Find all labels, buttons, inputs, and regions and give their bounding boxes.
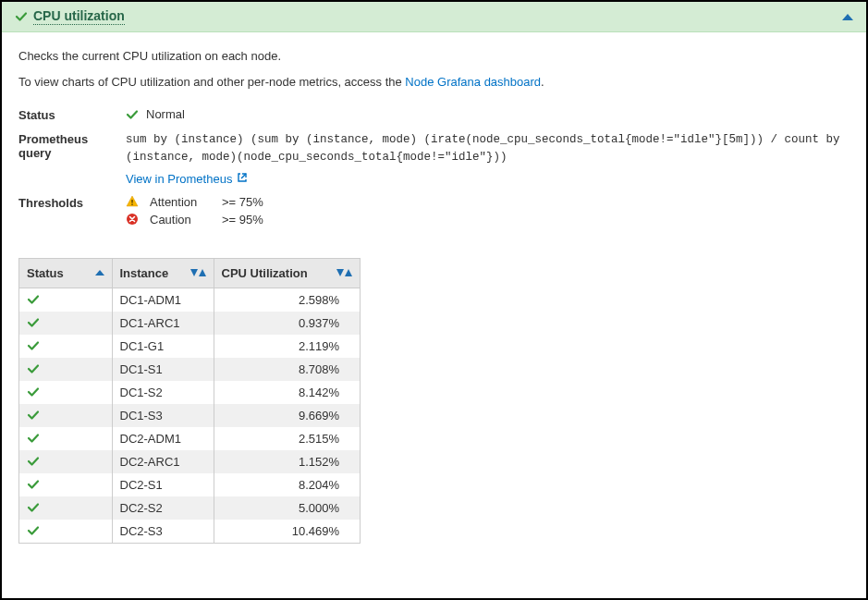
prometheus-query: sum by (instance) (sum by (instance, mod… [126, 131, 850, 166]
cell-instance: DC1-S1 [112, 358, 214, 381]
description-prefix: To view charts of CPU utilization and ot… [18, 75, 405, 89]
check-icon [27, 362, 104, 375]
svg-rect-1 [131, 204, 132, 205]
cell-cpu-util: 2.119% [214, 335, 360, 358]
cell-instance: DC1-ARC1 [112, 312, 214, 335]
sort-asc-icon [95, 270, 104, 276]
threshold-attention-value: >= 75% [222, 195, 850, 209]
cell-status [19, 358, 112, 381]
svg-rect-0 [131, 200, 132, 203]
thresholds-block: Attention >= 75% Caution >= 95% [126, 195, 850, 227]
panel-title: CPU utilization [33, 8, 125, 25]
check-icon [27, 409, 104, 422]
status-value: Normal [146, 107, 185, 121]
collapse-icon[interactable] [842, 14, 853, 20]
description-line-2: To view charts of CPU utilization and ot… [18, 73, 850, 92]
cell-cpu-util: 8.142% [214, 381, 360, 404]
cell-instance: DC2-ADM1 [112, 427, 214, 450]
cell-cpu-util: 2.598% [214, 288, 360, 312]
cell-cpu-util: 9.669% [214, 404, 360, 427]
table-row: DC1-S18.708% [19, 358, 360, 381]
cell-status [19, 427, 112, 450]
check-icon [27, 316, 104, 329]
table-row: DC2-S18.204% [19, 473, 360, 496]
column-header-instance[interactable]: Instance [112, 259, 214, 288]
check-icon [15, 10, 28, 23]
view-in-prometheus-link[interactable]: View in Prometheus [126, 172, 248, 186]
description-suffix: . [541, 75, 544, 89]
view-in-prometheus-label: View in Prometheus [126, 172, 232, 186]
sort-icon [190, 269, 206, 276]
check-icon [27, 501, 104, 514]
cpu-table: Status Instance CPU Ut [18, 258, 361, 544]
table-row: DC2-ARC11.152% [19, 450, 360, 473]
error-icon [126, 213, 142, 226]
threshold-attention-name: Attention [150, 195, 214, 209]
external-link-icon [237, 172, 248, 186]
table-row: DC1-G12.119% [19, 335, 360, 358]
cell-status [19, 473, 112, 496]
cell-instance: DC2-S3 [112, 520, 214, 543]
cell-cpu-util: 8.708% [214, 358, 360, 381]
cell-instance: DC1-S2 [112, 381, 214, 404]
cell-status [19, 496, 112, 520]
column-header-cpu-label: CPU Utilization [222, 266, 308, 280]
cell-status [19, 312, 112, 335]
column-header-cpu[interactable]: CPU Utilization [214, 259, 360, 288]
check-icon [27, 455, 104, 468]
threshold-caution-value: >= 95% [222, 213, 850, 227]
table-row: DC1-S28.142% [19, 381, 360, 404]
grafana-dashboard-link[interactable]: Node Grafana dashboard [405, 75, 541, 89]
column-header-instance-label: Instance [120, 266, 169, 280]
check-icon [27, 293, 104, 306]
check-icon [27, 339, 104, 352]
cell-cpu-util: 8.204% [214, 473, 360, 496]
cell-status [19, 450, 112, 473]
cell-instance: DC1-G1 [112, 335, 214, 358]
table-row: DC2-S25.000% [19, 496, 360, 520]
check-icon [27, 432, 104, 445]
panel-body: Checks the current CPU utilization on ea… [2, 32, 866, 562]
cell-status [19, 381, 112, 404]
cell-status [19, 288, 112, 312]
prometheus-block: sum by (instance) (sum by (instance, mod… [126, 131, 850, 186]
cell-status [19, 404, 112, 427]
cell-instance: DC1-ADM1 [112, 288, 214, 312]
cell-cpu-util: 10.469% [214, 520, 360, 543]
warning-icon [126, 195, 142, 208]
check-icon [27, 478, 104, 491]
status-value-row: Normal [126, 107, 850, 121]
cell-cpu-util: 5.000% [214, 496, 360, 520]
cell-status [19, 520, 112, 543]
cell-cpu-util: 2.515% [214, 427, 360, 450]
table-row: DC1-S39.669% [19, 404, 360, 427]
cell-instance: DC2-S1 [112, 473, 214, 496]
threshold-caution-name: Caution [150, 213, 214, 227]
check-icon [27, 386, 104, 398]
table-row: DC2-ADM12.515% [19, 427, 360, 450]
cell-instance: DC1-S3 [112, 404, 214, 427]
table-row: DC1-ADM12.598% [19, 288, 360, 312]
table-row: DC2-S310.469% [19, 520, 360, 543]
thresholds-label: Thresholds [18, 195, 120, 210]
column-header-status-label: Status [27, 266, 64, 280]
check-icon [126, 108, 139, 121]
sort-icon [336, 269, 352, 276]
cell-cpu-util: 1.152% [214, 450, 360, 473]
check-icon [27, 524, 104, 537]
status-label: Status [18, 107, 120, 122]
prometheus-label: Prometheus query [18, 131, 120, 160]
cell-status [19, 335, 112, 358]
cell-instance: DC2-ARC1 [112, 450, 214, 473]
description-line-1: Checks the current CPU utilization on ea… [18, 47, 850, 66]
panel-header[interactable]: CPU utilization [2, 2, 866, 32]
column-header-status[interactable]: Status [19, 259, 112, 288]
cell-instance: DC2-S2 [112, 496, 214, 520]
cell-cpu-util: 0.937% [214, 312, 360, 335]
table-row: DC1-ARC10.937% [19, 312, 360, 335]
